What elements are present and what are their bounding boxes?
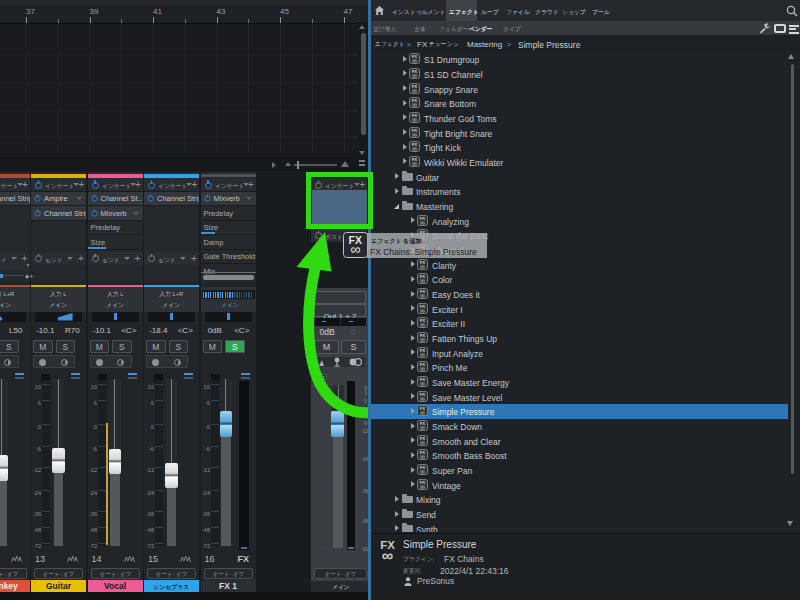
svg-text:∞: ∞ [420,394,425,401]
svg-text:∞: ∞ [412,115,417,122]
svg-text:∞: ∞ [420,218,425,225]
svg-text:∞: ∞ [412,145,417,152]
svg-text:∞: ∞ [420,453,425,460]
svg-text:∞: ∞ [412,86,417,93]
svg-text:∞: ∞ [420,409,425,416]
svg-text:∞: ∞ [420,438,425,445]
svg-text:∞: ∞ [412,71,417,78]
svg-text:∞: ∞ [420,262,425,269]
svg-text:∞: ∞ [412,159,417,166]
svg-text:∞: ∞ [420,321,425,328]
svg-text:∞: ∞ [420,306,425,313]
svg-text:∞: ∞ [420,380,425,387]
svg-text:∞: ∞ [420,350,425,357]
svg-text:∞: ∞ [412,101,417,108]
svg-text:∞: ∞ [420,468,425,475]
svg-text:∞: ∞ [412,130,417,137]
svg-text:∞: ∞ [420,292,425,299]
svg-text:∞: ∞ [420,424,425,431]
svg-text:∞: ∞ [420,277,425,284]
svg-text:∞: ∞ [420,336,425,343]
svg-text:∞: ∞ [412,57,417,64]
svg-text:∞: ∞ [420,365,425,372]
svg-text:∞: ∞ [420,482,425,489]
